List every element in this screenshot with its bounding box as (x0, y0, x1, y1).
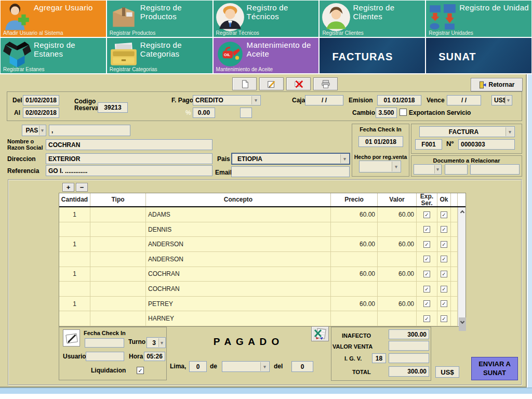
app-window: Agregar Usuario Añadir Usuario al Sistem… (0, 0, 532, 399)
emision-field[interactable]: 01 01/2018 (377, 95, 421, 105)
ok-checkbox[interactable] (441, 256, 447, 262)
serie-field[interactable]: F001 (415, 139, 442, 150)
exp-ser-checkbox[interactable] (423, 271, 430, 277)
grid-vertical-scrollbar[interactable] (458, 207, 466, 326)
checkin-field[interactable]: 01 01/2018 (358, 136, 403, 147)
grid-row[interactable]: 1ANDERSON60.0060.00 (59, 237, 458, 252)
ok-checkbox[interactable] (441, 241, 447, 248)
valor-venta-field (389, 341, 429, 351)
ok-checkbox[interactable] (441, 226, 447, 233)
exp-ser-checkbox[interactable] (423, 315, 430, 322)
doc-relacionar-serie-field[interactable] (445, 164, 468, 175)
toolbar-button-facturas[interactable]: FACTURAS (320, 38, 425, 73)
toolbar-button-mantenimiento-aceite[interactable]: OIL Mantenimiento de Aceite Mantenimient… (214, 38, 319, 73)
ok-checkbox[interactable] (441, 315, 447, 322)
toolbar-button-subtitle: Registrar Estanes (3, 66, 44, 72)
cell-valor (378, 252, 417, 267)
grid-row[interactable]: 1PETREY60.0060.00 (59, 297, 458, 312)
toolbar-button-registro-estantes[interactable]: Registro de Estanes Registrar Estanes (1, 38, 106, 73)
cell-ok (437, 252, 451, 267)
grid-row[interactable]: COCHRAN (59, 282, 458, 297)
cambio-label: Cambio (352, 110, 375, 116)
window-right-border (528, 74, 532, 388)
al-field[interactable]: 02/02/2018 (23, 108, 59, 118)
doc-tipo-combo[interactable]: PAS (22, 125, 46, 136)
ok-checkbox[interactable] (441, 286, 447, 292)
doc-relacionar-numero-field[interactable] (470, 164, 520, 175)
cell-exp-ser (417, 222, 437, 237)
add-row-button[interactable]: + (62, 183, 74, 192)
toolbar-button-title: Registro de Categorias (140, 38, 212, 59)
toolbar-button-registro-unidad[interactable]: Registro de Unidad Registrar Unidades (426, 1, 531, 37)
pct-field[interactable]: 0.00 (193, 108, 215, 118)
footer-checkin-field[interactable] (85, 338, 124, 348)
pct-aux-field[interactable] (240, 108, 252, 118)
exp-ser-checkbox[interactable] (423, 241, 430, 248)
doc-relacionar-combo[interactable] (414, 164, 442, 175)
scroll-down-button[interactable] (458, 317, 467, 326)
remove-row-button[interactable]: − (76, 183, 88, 192)
ok-checkbox[interactable] (441, 271, 447, 277)
grid-row[interactable]: ANDERSON (59, 252, 458, 267)
cell-valor: 60.00 (378, 207, 417, 222)
ok-checkbox[interactable] (441, 300, 447, 307)
exp-ser-checkbox[interactable] (423, 226, 430, 233)
caja-field[interactable]: / / (305, 95, 343, 105)
nombre-field[interactable]: COCHRAN (46, 139, 212, 150)
cambio-field[interactable]: 3.500 (376, 108, 397, 118)
referencia-field[interactable]: GO I. ............. (46, 165, 212, 176)
grid-row[interactable]: HARNEY (59, 311, 458, 326)
retornar-button[interactable]: Retornar (471, 78, 523, 91)
codigo-reserva-field[interactable]: 39213 (98, 102, 128, 113)
cell-precio: 60.00 (331, 237, 378, 252)
excel-export-button[interactable] (311, 326, 329, 341)
hora-field[interactable]: 05:26 (144, 352, 165, 361)
igv-rate-field[interactable]: 18 (372, 353, 386, 363)
cell-cantidad (59, 311, 90, 326)
toolbar-button-registro-clientes[interactable]: Registro de Clientes Registrar Clientes (320, 1, 425, 37)
main-toolbar: Agregar Usuario Añadir Usuario al Sistem… (0, 0, 532, 74)
doc-num-field[interactable]: , (49, 125, 130, 136)
mes-combo[interactable] (222, 361, 270, 372)
toolbar-button-registro-tecnicos[interactable]: Registro de Técnicos Registrar Técnicos (214, 1, 319, 37)
turno-combo[interactable]: 3 (147, 337, 166, 348)
toolbar-button-registro-productos[interactable]: Registro de Productos Registrar Producto… (107, 1, 212, 37)
fpago-combo[interactable]: CREDITO (193, 95, 261, 105)
hecho-por-combo[interactable] (359, 161, 401, 172)
tipo-doc-combo[interactable]: FACTURA (419, 126, 515, 137)
cell-precio (331, 252, 378, 267)
direccion-field[interactable]: EXTERIOR (46, 153, 212, 164)
cell-concepto: DENNIS (146, 222, 331, 237)
moneda-combo[interactable]: US$ (491, 95, 512, 105)
new-record-button[interactable] (232, 77, 257, 90)
liquidacion-checkbox[interactable] (137, 367, 144, 374)
del-field[interactable]: 01/02/2018 (23, 95, 59, 105)
edit-record-button[interactable] (259, 77, 284, 90)
email-field[interactable] (231, 166, 350, 177)
exp-ser-checkbox[interactable] (423, 286, 430, 292)
grid-row[interactable]: DENNIS (59, 222, 458, 237)
enviar-sunat-button[interactable]: ENVIAR A SUNAT (471, 357, 518, 380)
toolbar-button-registro-categorias[interactable]: Registro de Categorias Registrar Categor… (107, 38, 212, 73)
print-button[interactable] (313, 77, 338, 90)
usuario-field[interactable] (86, 352, 124, 361)
grid-row[interactable]: 1ADAMS60.0060.00 (59, 207, 458, 222)
nro-field[interactable]: 0000303 (458, 139, 515, 150)
exp-ser-checkbox[interactable] (423, 211, 430, 218)
pais-combo[interactable]: ETIOPIA (231, 153, 350, 165)
toolbar-button-sunat[interactable]: SUNAT (426, 38, 531, 73)
toolbar-button-agregar-usuario[interactable]: Agregar Usuario Añadir Usuario al Sistem… (1, 1, 106, 37)
sign-button[interactable] (63, 329, 80, 347)
exp-ser-checkbox[interactable] (423, 300, 430, 307)
anio-field[interactable]: 0 (291, 361, 313, 372)
delete-record-button[interactable] (286, 77, 311, 90)
vence-field[interactable]: / / (447, 95, 481, 105)
grid-header-cell: Ok (437, 193, 451, 206)
cell-precio (331, 282, 378, 297)
grid-row[interactable]: 1COCHRAN60.0060.00 (59, 267, 458, 282)
exp-ser-checkbox[interactable] (423, 256, 430, 262)
ok-checkbox[interactable] (441, 211, 447, 218)
exportacion-checkbox[interactable] (400, 109, 407, 116)
dia-field[interactable]: 0 (189, 361, 207, 372)
scroll-up-button[interactable] (458, 207, 467, 216)
